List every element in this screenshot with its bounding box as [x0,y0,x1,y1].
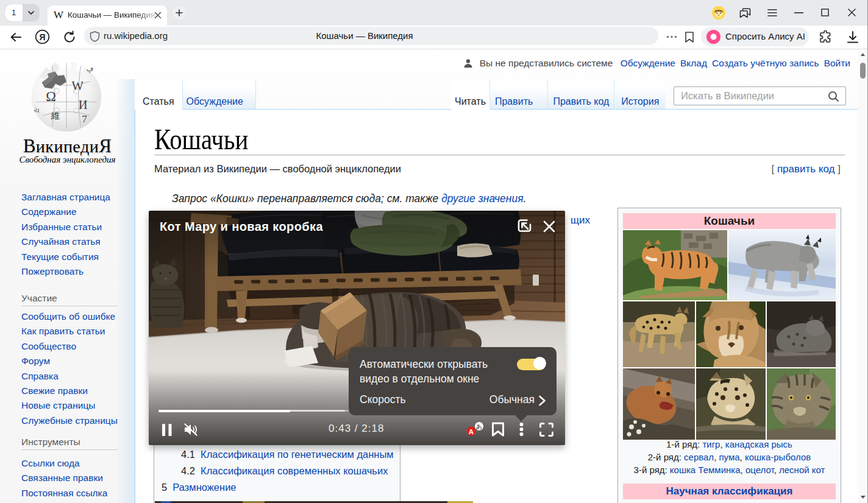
svg-text:И: И [79,98,88,111]
svg-text:維: 維 [51,111,60,121]
svg-text:あ: あ [476,423,482,430]
svg-text:W: W [71,79,84,93]
svg-text:A: A [469,428,474,435]
svg-text:Я: Я [39,32,45,42]
svg-text:7: 7 [82,113,87,125]
svg-text:ય: ય [34,107,40,114]
svg-text:Ω: Ω [46,89,56,104]
svg-text:ڥ: ڥ [87,65,94,73]
